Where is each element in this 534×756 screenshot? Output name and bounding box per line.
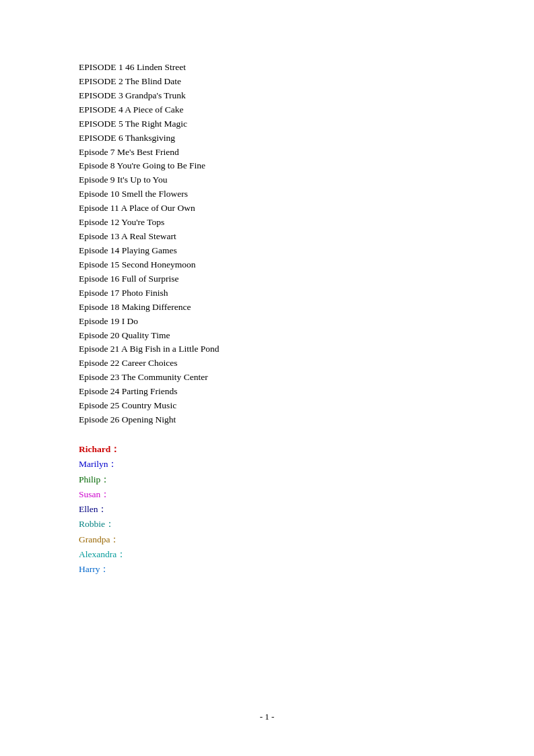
character-line-4: Ellen： <box>79 502 455 517</box>
character-line-2: Philip： <box>79 472 455 487</box>
episode-item-20: Episode 20 Quality Time <box>79 329 455 343</box>
character-name-4: Ellen： <box>79 504 108 514</box>
character-name-5: Robbie： <box>79 519 114 529</box>
character-line-0: Richard： <box>79 442 455 457</box>
episode-item-16: Episode 16 Full of Surprise <box>79 272 455 286</box>
episode-item-9: Episode 9 It's Up to You <box>79 173 455 187</box>
character-line-1: Marilyn： <box>79 457 455 472</box>
character-name-2: Philip： <box>79 474 110 484</box>
character-line-7: Alexandra： <box>79 547 455 562</box>
character-line-8: Harry： <box>79 562 455 577</box>
episode-item-7: Episode 7 Me's Best Friend <box>79 146 455 160</box>
episode-item-10: Episode 10 Smell the Flowers <box>79 187 455 201</box>
character-name-0: Richard： <box>79 444 120 454</box>
episode-item-21: Episode 21 A Big Fish in a Little Pond <box>79 342 455 356</box>
page-number: - 1 - <box>0 712 534 722</box>
episode-item-8: Episode 8 You're Going to Be Fine <box>79 159 455 173</box>
character-name-3: Susan： <box>79 489 110 499</box>
character-name-1: Marilyn： <box>79 459 118 469</box>
episode-item-17: Episode 17 Photo Finish <box>79 286 455 301</box>
episode-item-3: EPISODE 3 Grandpa's Trunk <box>79 89 455 103</box>
episode-item-12: Episode 12 You're Tops <box>79 216 455 230</box>
character-line-3: Susan： <box>79 487 455 502</box>
episode-item-23: Episode 23 The Community Center <box>79 371 455 385</box>
episode-item-24: Episode 24 Parting Friends <box>79 385 455 399</box>
episode-item-19: Episode 19 I Do <box>79 315 455 329</box>
episode-item-4: EPISODE 4 A Piece of Cake <box>79 103 455 117</box>
episode-item-18: Episode 18 Making Difference <box>79 301 455 315</box>
episode-item-2: EPISODE 2 The Blind Date <box>79 75 455 89</box>
episode-item-13: Episode 13 A Real Stewart <box>79 230 455 244</box>
character-name-6: Grandpa： <box>79 534 119 544</box>
episode-list: EPISODE 1 46 Linden StreetEPISODE 2 The … <box>79 61 455 427</box>
page: EPISODE 1 46 Linden StreetEPISODE 2 The … <box>0 0 534 756</box>
episode-item-11: Episode 11 A Place of Our Own <box>79 201 455 216</box>
characters-section: Richard：Marilyn：Philip：Susan：Ellen：Robbi… <box>79 442 455 577</box>
character-name-7: Alexandra： <box>79 549 126 559</box>
episode-item-15: Episode 15 Second Honeymoon <box>79 258 455 272</box>
episode-item-6: EPISODE 6 Thanksgiving <box>79 131 455 146</box>
episode-item-26: Episode 26 Opening Night <box>79 413 455 427</box>
episode-item-5: EPISODE 5 The Right Magic <box>79 117 455 131</box>
character-name-8: Harry： <box>79 564 109 574</box>
character-line-6: Grandpa： <box>79 532 455 547</box>
character-line-5: Robbie： <box>79 517 455 532</box>
episode-item-1: EPISODE 1 46 Linden Street <box>79 61 455 75</box>
episode-item-25: Episode 25 Country Music <box>79 399 455 413</box>
episode-item-14: Episode 14 Playing Games <box>79 244 455 258</box>
episode-item-22: Episode 22 Career Choices <box>79 356 455 371</box>
